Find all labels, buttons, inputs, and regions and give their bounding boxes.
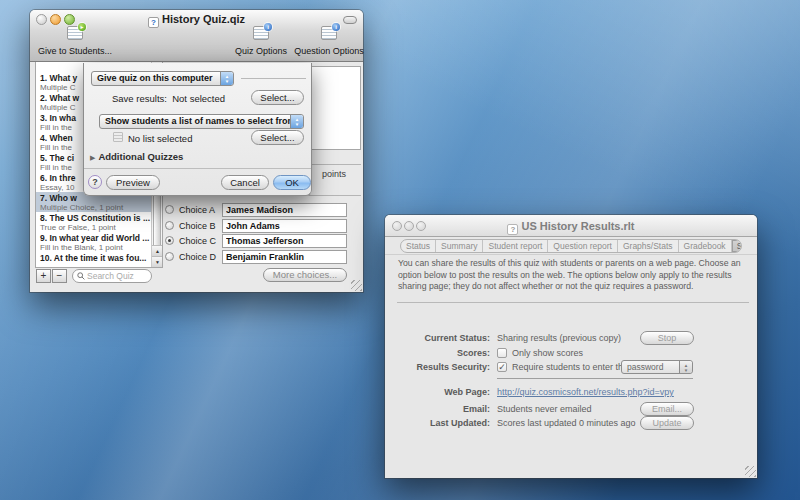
choice-text-field[interactable] bbox=[222, 250, 347, 264]
choice-radio-button[interactable] bbox=[165, 252, 174, 261]
search-input[interactable] bbox=[87, 271, 147, 281]
choice-label: Choice A bbox=[179, 205, 215, 215]
scores-label: Scores: bbox=[385, 348, 490, 358]
student-names-popup[interactable]: Show students a list of names to select … bbox=[99, 114, 304, 129]
popup-stepper-icon: ▲▼ bbox=[290, 115, 303, 128]
email-value: Students never emailed bbox=[497, 404, 592, 414]
results-web-link[interactable]: http://quiz.cosmicsoft.net/results.php?i… bbox=[497, 387, 674, 397]
tab-summary[interactable]: Summary bbox=[436, 240, 483, 252]
more-choices-button[interactable]: More choices... bbox=[263, 268, 347, 282]
save-results-label: Save results: Not selected bbox=[112, 93, 225, 104]
update-button[interactable]: Update bbox=[640, 416, 694, 430]
results-tab-bar: StatusSummaryStudent reportQuestion repo… bbox=[400, 239, 742, 253]
help-button[interactable]: ? bbox=[88, 175, 102, 189]
list-select-button[interactable]: Select... bbox=[251, 130, 304, 145]
save-results-value: Not selected bbox=[172, 93, 225, 104]
question-item-title: 10. At the time it was fou... bbox=[40, 253, 159, 263]
search-field[interactable] bbox=[72, 269, 152, 283]
close-button[interactable] bbox=[36, 14, 47, 25]
sheet-separator bbox=[241, 78, 306, 79]
toolbar-toggle-pill[interactable] bbox=[343, 16, 357, 24]
results-title-bar[interactable]: ?US History Results.rlt bbox=[385, 215, 757, 237]
only-show-scores-checkbox[interactable] bbox=[497, 348, 507, 358]
results-window: ?US History Results.rlt StatusSummaryStu… bbox=[385, 215, 757, 478]
quiz-options-button[interactable]: i Quiz Options bbox=[226, 26, 296, 56]
tab-question-report[interactable]: Question report bbox=[548, 240, 618, 252]
question-item-title: 8. The US Constitution is ... bbox=[40, 213, 159, 223]
scroll-up-arrow[interactable]: ▲ bbox=[152, 245, 163, 256]
tab-gradebook[interactable]: Gradebook bbox=[679, 240, 732, 252]
web-page-label: Web Page: bbox=[385, 387, 490, 397]
quiz-options-icon: i bbox=[253, 26, 269, 40]
info-badge-icon: i bbox=[332, 23, 340, 31]
require-password-checkbox[interactable]: ✓ bbox=[497, 362, 507, 372]
choice-text-field[interactable] bbox=[222, 234, 347, 248]
question-options-button[interactable]: i Question Options bbox=[288, 26, 370, 56]
give-to-students-button[interactable]: ▸ Give to Students... bbox=[34, 26, 116, 56]
popup-stepper-icon: ▲▼ bbox=[220, 72, 233, 85]
desktop: { "colors": { "accent_blue": "#8abbf0", … bbox=[0, 0, 800, 500]
question-item-title: 9. In what year did World ... bbox=[40, 233, 159, 243]
choice-row: Choice B bbox=[164, 219, 354, 233]
choice-row: Choice C bbox=[164, 234, 354, 248]
current-status-value: Sharing results (previous copy) bbox=[497, 333, 621, 343]
info-badge-icon: i bbox=[264, 23, 272, 31]
delivery-method-popup[interactable]: Give quiz on this computer ▲▼ bbox=[91, 71, 234, 86]
security-checkbox-label: Require students to enter their bbox=[512, 362, 633, 372]
resize-grip[interactable] bbox=[745, 466, 756, 477]
document-proxy-icon: ? bbox=[507, 224, 518, 235]
choice-label: Choice B bbox=[179, 221, 216, 231]
preview-button[interactable]: Preview bbox=[106, 175, 160, 190]
current-status-label: Current Status: bbox=[385, 333, 490, 343]
play-badge-icon: ▸ bbox=[78, 23, 86, 31]
stop-button[interactable]: Stop bbox=[640, 331, 694, 345]
question-list-item[interactable]: 8. The US Constitution is ...True or Fal… bbox=[36, 212, 162, 232]
choice-text-field[interactable] bbox=[222, 203, 347, 217]
choice-text-field[interactable] bbox=[222, 219, 347, 233]
share-intro-text: You can share the results of this quiz w… bbox=[398, 258, 746, 293]
choice-radio-button[interactable] bbox=[165, 236, 174, 245]
give-quiz-icon: ▸ bbox=[67, 26, 83, 40]
email-label: Email: bbox=[385, 404, 490, 414]
tab-student-report[interactable]: Student report bbox=[483, 240, 548, 252]
results-security-label: Results Security: bbox=[385, 362, 490, 372]
tab-share[interactable]: Share bbox=[732, 240, 742, 252]
sheet-divider bbox=[84, 168, 311, 169]
question-list-item[interactable]: 9. In what year did World ...Fill in the… bbox=[36, 232, 162, 252]
document-proxy-icon: ? bbox=[148, 17, 159, 28]
window-title-text: History Quiz.qiz bbox=[162, 13, 245, 25]
name-list-icon bbox=[113, 132, 123, 142]
scores-checkbox-label: Only show scores bbox=[512, 348, 583, 358]
tab-graphs-stats[interactable]: Graphs/Stats bbox=[618, 240, 679, 252]
last-updated-value: Scores last updated 0 minutes ago bbox=[497, 418, 636, 428]
security-type-popup[interactable]: password ▲▼ bbox=[621, 360, 693, 374]
minimize-button[interactable] bbox=[50, 14, 61, 25]
add-question-button[interactable]: + bbox=[36, 269, 51, 283]
resize-grip[interactable] bbox=[351, 280, 362, 291]
scroll-down-arrow[interactable]: ▼ bbox=[152, 256, 163, 267]
cancel-button[interactable]: Cancel bbox=[221, 175, 269, 190]
question-options-icon: i bbox=[321, 26, 337, 40]
remove-question-button[interactable]: − bbox=[52, 269, 67, 283]
save-results-select-button[interactable]: Select... bbox=[251, 90, 304, 105]
disclosure-triangle-icon: ▶ bbox=[90, 154, 95, 161]
question-list-item[interactable]: 10. At the time it was fou... bbox=[36, 252, 162, 268]
choice-label: Choice D bbox=[179, 252, 216, 262]
additional-quizzes-disclosure[interactable]: ▶Additional Quizzes bbox=[90, 151, 183, 162]
minimize-button[interactable] bbox=[404, 221, 414, 231]
zoom-button[interactable] bbox=[416, 221, 426, 231]
choice-radio-button[interactable] bbox=[165, 221, 174, 230]
choice-row: Choice D bbox=[164, 250, 354, 264]
search-icon bbox=[77, 272, 85, 280]
email-button[interactable]: Email... bbox=[640, 402, 694, 416]
close-button[interactable] bbox=[392, 221, 402, 231]
give-quiz-sheet: Give quiz on this computer ▲▼ Save resul… bbox=[83, 63, 312, 196]
zoom-button[interactable] bbox=[64, 14, 75, 25]
choice-label: Choice C bbox=[179, 236, 216, 246]
ok-button[interactable]: OK bbox=[273, 175, 311, 190]
choice-radio-button[interactable] bbox=[165, 205, 174, 214]
tab-bar-underline bbox=[385, 254, 757, 255]
quiz-title-bar[interactable]: ?History Quiz.qiz ▸ Give to Students... … bbox=[30, 10, 363, 62]
question-item-subtitle: True or False, 1 point bbox=[40, 223, 159, 232]
tab-status[interactable]: Status bbox=[401, 240, 436, 252]
